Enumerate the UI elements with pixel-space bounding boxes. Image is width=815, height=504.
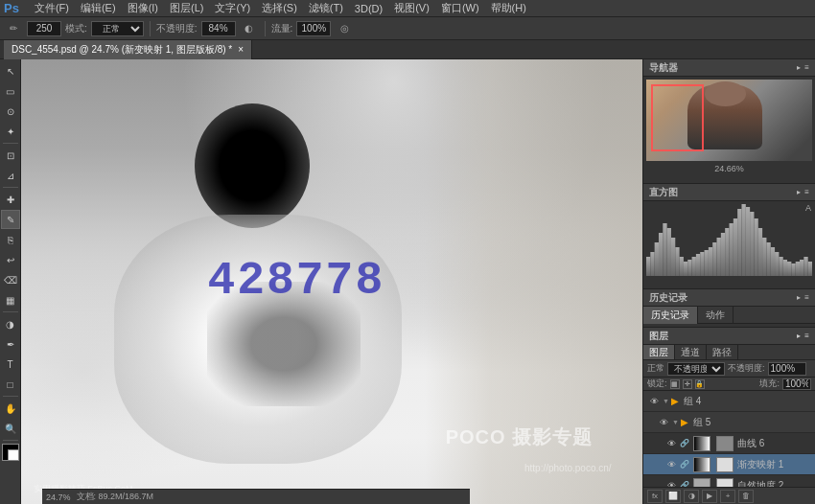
layers-panel: 图层 ▸ ≡ 图层 通道 路径 正常 不透明度: 不透明度: 锁定: [643, 327, 815, 504]
navigator-content: 24.66% [643, 77, 815, 183]
layer-expand-icon[interactable]: ▼ [672, 419, 679, 425]
opacity-label: 不透明度: [156, 22, 198, 35]
airbrush-icon[interactable]: ◎ [335, 20, 354, 37]
layers-tab-layers[interactable]: 图层 [643, 345, 675, 359]
marquee-tool[interactable]: ▭ [1, 81, 20, 101]
tab-close-icon[interactable]: × [238, 44, 244, 55]
document-tab[interactable]: DSC_4554.psd @ 24.7% (新变映射 1, 图层版板/8) * … [4, 40, 252, 59]
layers-content[interactable]: 👁 ▼ ▶ 组 4 👁 ▼ ▶ 组 5 👁 🔗 [643, 391, 815, 487]
navigator-menu-btn[interactable]: ≡ [804, 63, 809, 72]
dodge-tool[interactable]: ◑ [1, 314, 20, 333]
layer-group-btn[interactable]: ▶ [702, 490, 717, 503]
head-shadow [195, 103, 310, 228]
spot-healing-tool[interactable]: ✚ [1, 190, 20, 209]
menu-help[interactable]: 帮助(H) [485, 1, 532, 15]
svg-rect-22 [737, 209, 741, 276]
flow-input[interactable] [296, 21, 331, 36]
brush-tool[interactable]: ✎ [1, 210, 20, 229]
move-tool[interactable]: ↖ [1, 61, 20, 80]
lasso-tool[interactable]: ⊙ [1, 102, 20, 121]
layers-menu-btn[interactable]: ≡ [804, 332, 809, 340]
eyedropper-tool[interactable]: ⊿ [1, 166, 20, 185]
layer-group4[interactable]: 👁 ▼ ▶ 组 4 [643, 391, 815, 412]
menu-filter[interactable]: 滤镜(T) [303, 1, 349, 15]
menu-image[interactable]: 图像(I) [122, 1, 164, 15]
opacity-value-input[interactable] [768, 362, 806, 376]
layer-mask-btn[interactable]: ⬜ [665, 490, 681, 503]
layer-eye-icon[interactable]: 👁 [664, 479, 678, 488]
history-brush-tool[interactable]: ↩ [1, 250, 20, 269]
clone-stamp-tool[interactable]: ⎘ [1, 230, 20, 249]
history-tab-actions[interactable]: 动作 [698, 307, 734, 324]
shape-tool[interactable]: □ [1, 375, 20, 394]
canvas-area[interactable]: 428778 POCO 摄影专题 http://photo.poco.cn/ 实… [21, 59, 642, 504]
layers-tab-channels[interactable]: 通道 [675, 345, 707, 359]
svg-rect-30 [771, 247, 775, 276]
menu-file[interactable]: 文件(F) [29, 1, 75, 15]
crop-tool[interactable]: ⊡ [1, 146, 20, 165]
history-title: 历史记录 [649, 291, 687, 305]
eraser-tool[interactable]: ⌫ [1, 270, 20, 289]
flow-label: 流量: [271, 22, 293, 35]
menu-3d[interactable]: 3D(D) [349, 3, 388, 14]
opacity-label: 不透明度: [728, 362, 765, 375]
history-menu-btn[interactable]: ≡ [804, 293, 809, 302]
layer-eye-icon[interactable]: 👁 [647, 395, 661, 408]
zoom-tool[interactable]: 🔍 [1, 419, 20, 438]
foreground-color[interactable] [2, 444, 19, 461]
menu-select[interactable]: 选择(S) [256, 1, 303, 15]
opacity-input[interactable] [201, 21, 236, 36]
menu-layer[interactable]: 图层(L) [164, 1, 209, 15]
hand-tool[interactable]: ✋ [1, 399, 20, 418]
tool-separator5 [3, 440, 18, 441]
navigator-panel: 导航器 ▸ ≡ 24.66% [643, 59, 815, 184]
svg-rect-16 [712, 242, 716, 276]
layer-name: 自然地度 2 [737, 479, 811, 488]
svg-rect-10 [687, 260, 691, 276]
layer-eye-icon[interactable]: 👁 [664, 458, 678, 471]
fill-value-input[interactable] [782, 378, 811, 390]
brush-tool-icon[interactable]: ✏ [4, 20, 23, 37]
gradient-tool[interactable]: ▦ [1, 290, 20, 309]
layer-new-btn[interactable]: + [720, 490, 735, 503]
history-tab-history[interactable]: 历史记录 [643, 307, 698, 324]
lock-all-btn[interactable]: 🔒 [695, 379, 705, 389]
layer-eye-icon[interactable]: 👁 [657, 416, 670, 429]
separator1 [150, 21, 151, 36]
svg-rect-0 [646, 257, 650, 276]
layer-expand-icon[interactable]: ▼ [663, 398, 669, 404]
pressure-icon[interactable]: ◐ [240, 20, 259, 37]
magic-wand-tool[interactable]: ✦ [1, 122, 20, 141]
navigator-viewport-rect[interactable] [651, 84, 704, 151]
menu-window[interactable]: 窗口(W) [435, 1, 485, 15]
layers-bottom-bar: fx ⬜ ◑ ▶ + 🗑 [643, 487, 815, 504]
blend-mode-select[interactable]: 正常 [91, 21, 144, 36]
navigator-collapse-btn[interactable]: ▸ [797, 63, 801, 72]
menu-edit[interactable]: 编辑(E) [75, 1, 122, 15]
layer-gradmap1[interactable]: 👁 🔗 渐变映射 1 [643, 454, 815, 475]
history-collapse-btn[interactable]: ▸ [797, 293, 801, 302]
svg-rect-24 [746, 207, 750, 276]
text-tool[interactable]: T [1, 355, 20, 374]
brush-size-input[interactable] [27, 21, 61, 36]
layer-group5[interactable]: 👁 ▼ ▶ 组 5 [643, 412, 815, 433]
histogram-menu-btn[interactable]: ≡ [804, 188, 809, 196]
lock-pixels-btn[interactable]: ▦ [670, 379, 680, 389]
layers-tab-paths[interactable]: 路径 [707, 345, 738, 359]
layers-panel-header: 图层 ▸ ≡ [643, 328, 815, 345]
menu-view[interactable]: 视图(V) [388, 1, 435, 15]
histogram-collapse-btn[interactable]: ▸ [797, 188, 801, 196]
pen-tool[interactable]: ✒ [1, 334, 20, 354]
layers-collapse-btn[interactable]: ▸ [797, 332, 801, 340]
lock-move-btn[interactable]: ✛ [683, 379, 692, 389]
layer-curve6[interactable]: 👁 🔗 曲线 6 [643, 433, 815, 454]
svg-rect-8 [680, 257, 684, 276]
layer-vibrance2[interactable]: 👁 🔗 自然地度 2 [643, 475, 815, 487]
background-color[interactable] [8, 449, 19, 461]
layer-fx-btn[interactable]: fx [647, 490, 663, 503]
blend-mode-dropdown[interactable]: 不透明度: [667, 362, 725, 376]
layer-eye-icon[interactable]: 👁 [664, 437, 678, 450]
layer-delete-btn[interactable]: 🗑 [738, 490, 754, 503]
layer-adjustment-btn[interactable]: ◑ [684, 490, 699, 503]
menu-type[interactable]: 文字(Y) [209, 1, 256, 15]
